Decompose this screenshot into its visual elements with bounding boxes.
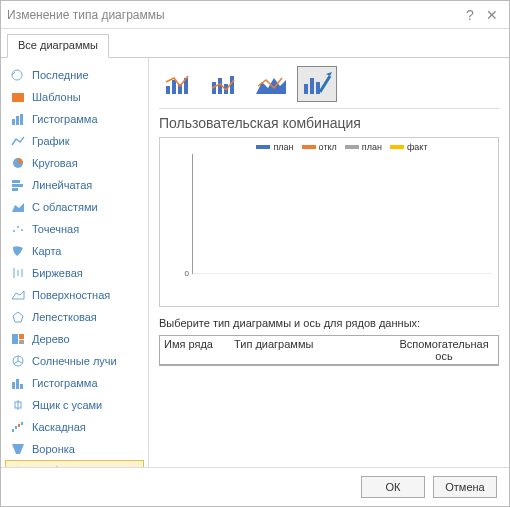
legend-plan2: план — [362, 142, 382, 152]
legend-plan: план — [273, 142, 293, 152]
chart-type-icon — [10, 222, 26, 236]
sidebar-item-14[interactable]: Гистограмма — [5, 372, 144, 394]
hdr-chart-type: Тип диаграммы — [234, 338, 394, 362]
sidebar-item-8[interactable]: Карта — [5, 240, 144, 262]
sidebar-item-6[interactable]: С областями — [5, 196, 144, 218]
sidebar-item-4[interactable]: Круговая — [5, 152, 144, 174]
svg-rect-1 — [12, 119, 15, 125]
chart-type-icon — [10, 266, 26, 280]
svg-rect-7 — [12, 188, 18, 191]
chart-type-icon — [10, 244, 26, 258]
sidebar-item-label: Последние — [32, 69, 89, 81]
change-chart-type-dialog: Изменение типа диаграммы ? ✕ Все диаграм… — [0, 0, 510, 507]
chart-legend: план откл план факт — [192, 142, 492, 152]
sidebar-item-label: Гистограмма — [32, 377, 98, 389]
svg-point-11 — [21, 229, 23, 231]
svg-marker-15 — [12, 291, 24, 299]
svg-rect-6 — [12, 184, 23, 187]
sidebar-item-18[interactable]: Комбинированная — [5, 460, 144, 467]
svg-rect-30 — [15, 426, 17, 429]
sidebar-item-17[interactable]: Воронка — [5, 438, 144, 460]
sidebar-item-12[interactable]: Дерево — [5, 328, 144, 350]
sidebar-item-1[interactable]: Шаблоны — [5, 86, 144, 108]
chart-type-icon — [10, 112, 26, 126]
chart-category-sidebar: ПоследниеШаблоныГистограммаГрафикКругова… — [1, 58, 149, 467]
svg-rect-25 — [16, 379, 19, 389]
svg-marker-49 — [326, 72, 332, 76]
sidebar-item-10[interactable]: Поверхностная — [5, 284, 144, 306]
combo-variant-3[interactable] — [251, 66, 291, 102]
sidebar-item-9[interactable]: Биржевая — [5, 262, 144, 284]
sidebar-item-label: Биржевая — [32, 267, 83, 279]
sidebar-item-label: Линейчатая — [32, 179, 92, 191]
close-button[interactable]: ✕ — [481, 7, 503, 23]
svg-rect-24 — [12, 382, 15, 389]
cancel-button[interactable]: Отмена — [433, 476, 497, 498]
sidebar-item-label: Дерево — [32, 333, 70, 345]
sidebar-item-2[interactable]: Гистограмма — [5, 108, 144, 130]
svg-rect-37 — [172, 80, 176, 94]
legend-fact: факт — [407, 142, 428, 152]
svg-rect-5 — [12, 180, 20, 183]
sidebar-item-label: Воронка — [32, 443, 75, 455]
svg-marker-33 — [12, 444, 24, 454]
help-button[interactable]: ? — [459, 7, 481, 23]
sidebar-item-label: Карта — [32, 245, 61, 257]
svg-rect-18 — [19, 334, 24, 339]
chart-type-icon — [10, 398, 26, 412]
sidebar-item-5[interactable]: Линейчатая — [5, 174, 144, 196]
tab-all-charts[interactable]: Все диаграммы — [7, 34, 109, 58]
tabs: Все диаграммы — [1, 29, 509, 58]
section-heading: Пользовательская комбинация — [159, 115, 499, 131]
sidebar-item-11[interactable]: Лепестковая — [5, 306, 144, 328]
sidebar-item-3[interactable]: График — [5, 130, 144, 152]
combo-variant-custom[interactable] — [297, 66, 337, 102]
chart-type-icon — [10, 178, 26, 192]
dialog-footer: ОК Отмена — [1, 467, 509, 506]
legend-otkl: откл — [319, 142, 337, 152]
chart-type-icon — [10, 288, 26, 302]
chart-type-icon — [10, 332, 26, 346]
sidebar-item-16[interactable]: Каскадная — [5, 416, 144, 438]
svg-rect-0 — [12, 93, 24, 102]
svg-line-23 — [14, 361, 18, 364]
chart-type-icon — [10, 420, 26, 434]
combo-variant-1[interactable] — [159, 66, 199, 102]
chart-type-icon — [10, 442, 26, 456]
svg-rect-32 — [21, 422, 23, 425]
sidebar-item-13[interactable]: Солнечные лучи — [5, 350, 144, 372]
sidebar-item-label: Круговая — [32, 157, 78, 169]
combo-variant-2[interactable] — [205, 66, 245, 102]
sidebar-item-label: Гистограмма — [32, 113, 98, 125]
sidebar-item-label: Ящик с усами — [32, 399, 102, 411]
sidebar-item-15[interactable]: Ящик с усами — [5, 394, 144, 416]
combo-variant-row — [159, 66, 499, 109]
sidebar-item-label: Лепестковая — [32, 311, 97, 323]
sidebar-item-label: Точечная — [32, 223, 79, 235]
chart-type-icon — [10, 310, 26, 324]
svg-rect-19 — [19, 340, 24, 344]
hdr-series-name: Имя ряда — [164, 338, 234, 362]
chart-type-icon — [10, 156, 26, 170]
svg-point-10 — [17, 226, 19, 228]
sidebar-item-label: С областями — [32, 201, 98, 213]
svg-rect-26 — [20, 384, 23, 389]
svg-marker-16 — [13, 312, 23, 322]
svg-line-22 — [18, 361, 22, 363]
svg-rect-31 — [18, 424, 20, 427]
chart-plot-area: 0 — [192, 154, 492, 274]
sidebar-item-7[interactable]: Точечная — [5, 218, 144, 240]
ok-button[interactable]: ОК — [361, 476, 425, 498]
chart-type-icon — [10, 354, 26, 368]
svg-rect-36 — [166, 86, 170, 94]
chart-type-icon — [10, 68, 26, 82]
svg-line-48 — [320, 76, 330, 92]
chart-type-icon — [10, 134, 26, 148]
series-config-label: Выберите тип диаграммы и ось для рядов д… — [159, 317, 499, 329]
hdr-secondary-axis: Вспомогательная ось — [394, 338, 494, 362]
chart-type-icon — [10, 90, 26, 104]
svg-marker-8 — [12, 203, 24, 212]
sidebar-item-0[interactable]: Последние — [5, 64, 144, 86]
chart-type-icon — [10, 376, 26, 390]
svg-rect-17 — [12, 334, 18, 344]
